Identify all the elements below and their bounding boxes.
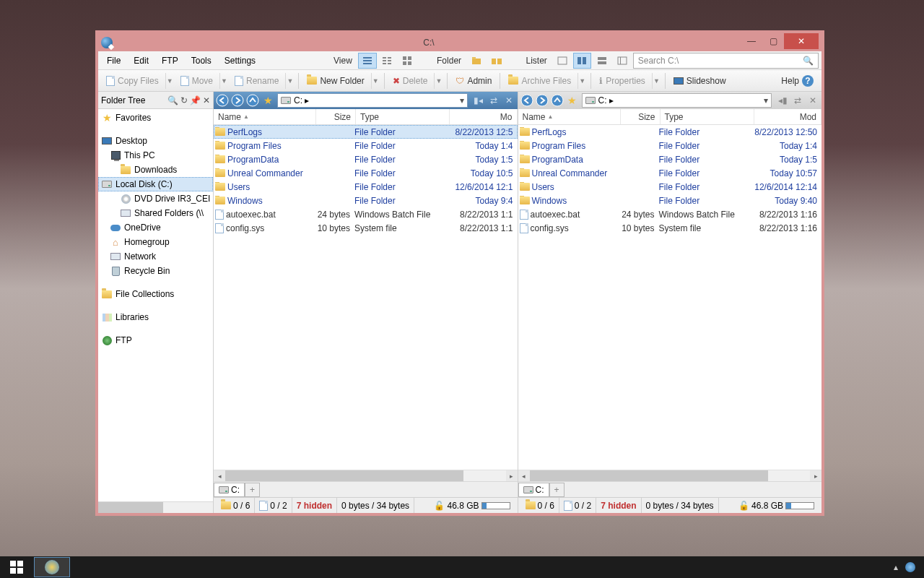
file-row[interactable]: ProgramDataFile FolderToday 1:5 — [518, 152, 822, 166]
file-row[interactable]: WindowsFile FolderToday 9:4 — [214, 194, 518, 207]
tree-item[interactable]: FTP — [98, 333, 213, 348]
tray-app-icon[interactable] — [905, 562, 915, 572]
lister-dual-h[interactable] — [593, 53, 611, 69]
tree-item[interactable]: Shared Folders (\\ — [98, 206, 213, 220]
view-thumbs-button[interactable] — [398, 53, 417, 69]
col-type[interactable]: Type — [356, 109, 450, 124]
nav-swap-icon-r[interactable]: ⇄ — [790, 93, 805, 108]
tree-search-icon[interactable]: 🔍 — [167, 95, 178, 105]
forward-button-r[interactable] — [535, 93, 549, 108]
tree-item[interactable]: Recycle Bin — [98, 264, 213, 278]
move-button[interactable]: Move — [177, 72, 217, 90]
rename-button[interactable]: Rename — [231, 72, 282, 90]
favorites-button-r[interactable]: ★ — [565, 93, 580, 108]
slideshow-button[interactable]: Slideshow — [670, 72, 730, 90]
file-row[interactable]: config.sys10 bytesSystem file8/22/2013 1… — [214, 221, 518, 235]
archive-dropdown[interactable]: ▼ — [578, 73, 586, 89]
up-button-r[interactable] — [550, 93, 565, 108]
column-header-right[interactable]: Name▲ Size Type Mod — [518, 109, 822, 125]
file-row[interactable]: config.sys10 bytesSystem file8/22/2013 1… — [518, 221, 822, 235]
back-button[interactable] — [215, 93, 230, 108]
col-modified-r[interactable]: Mod — [754, 109, 822, 124]
tree-pin-icon[interactable]: 📌 — [190, 95, 201, 105]
tree-horizontal-scrollbar[interactable] — [98, 501, 213, 513]
delete-button[interactable]: ✖Delete — [389, 72, 432, 90]
tree-item[interactable]: Network — [98, 249, 213, 264]
left-scrollbar[interactable]: ◂▸ — [214, 470, 518, 481]
right-scrollbar[interactable]: ◂▸ — [518, 470, 822, 481]
col-size[interactable]: Size — [316, 109, 356, 124]
file-row[interactable]: UsersFile Folder12/6/2014 12:14 — [518, 180, 822, 194]
newfolder-dropdown[interactable]: ▼ — [371, 73, 380, 89]
file-list-left[interactable]: PerfLogsFile Folder8/22/2013 12:5Program… — [214, 125, 518, 470]
address-bar-left[interactable]: C: ▸▾ — [277, 93, 468, 108]
folder-btn2[interactable] — [487, 53, 506, 69]
copy-dropdown[interactable]: ▼ — [165, 73, 174, 89]
tree-close-icon[interactable]: ✕ — [203, 95, 210, 105]
delete-dropdown[interactable]: ▼ — [434, 73, 443, 89]
back-button-r[interactable] — [520, 93, 534, 108]
left-tab-add[interactable]: + — [245, 483, 260, 497]
col-name-r[interactable]: Name▲ — [518, 109, 621, 124]
tree-item[interactable]: ⌂Homegroup — [98, 235, 213, 249]
tree-item[interactable]: File Collections — [98, 287, 213, 301]
menu-tools[interactable]: Tools — [186, 53, 217, 68]
lister-single[interactable] — [553, 53, 572, 69]
column-header-left[interactable]: Name▲ Size Type Mo — [214, 109, 518, 125]
right-tab-add[interactable]: + — [549, 483, 565, 497]
left-tab[interactable]: C: — [214, 483, 245, 497]
tree-item[interactable]: OneDrive — [98, 220, 213, 235]
file-row[interactable]: Program FilesFile FolderToday 1:4 — [214, 139, 518, 152]
nav-prev-icon-r[interactable]: ◂▮ — [775, 93, 790, 108]
file-row[interactable]: ProgramDataFile FolderToday 1:5 — [214, 152, 518, 166]
admin-button[interactable]: 🛡Admin — [452, 72, 495, 90]
col-modified[interactable]: Mo — [450, 109, 518, 124]
lister-dual-v[interactable] — [573, 53, 592, 69]
close-button[interactable]: ✕ — [784, 33, 819, 49]
file-row[interactable]: PerfLogsFile Folder8/22/2013 12:5 — [214, 125, 518, 139]
move-dropdown[interactable]: ▼ — [219, 73, 228, 89]
tree-refresh-icon[interactable]: ↻ — [180, 95, 188, 105]
address-bar-right[interactable]: C: ▸▾ — [582, 93, 772, 108]
tree-item[interactable]: ★Favorites — [98, 111, 213, 125]
help-button[interactable]: Help? — [777, 72, 817, 90]
tree-item[interactable]: Local Disk (C:) — [98, 177, 213, 191]
nav-close-icon-r[interactable]: ✕ — [806, 93, 820, 108]
nav-swap-icon[interactable]: ⇄ — [487, 93, 501, 108]
tray-chevron-icon[interactable]: ▴ — [894, 562, 898, 572]
taskbar-app[interactable] — [34, 557, 70, 577]
col-name[interactable]: Name▲ — [214, 109, 316, 124]
col-type-r[interactable]: Type — [661, 109, 754, 124]
view-list-button[interactable] — [378, 53, 397, 69]
tree-item[interactable]: Libraries — [98, 310, 213, 324]
file-row[interactable]: autoexec.bat24 bytesWindows Batch File8/… — [518, 207, 822, 221]
file-row[interactable]: autoexec.bat24 bytesWindows Batch File8/… — [214, 207, 518, 221]
menu-ftp[interactable]: FTP — [156, 53, 184, 68]
copy-files-button[interactable]: Copy Files — [103, 72, 162, 90]
file-row[interactable]: WindowsFile FolderToday 9:40 — [518, 194, 822, 207]
folder-tree-body[interactable]: ★FavoritesDesktopThis PCDownloadsLocal D… — [98, 109, 213, 501]
file-row[interactable]: UsersFile Folder12/6/2014 12:1 — [214, 180, 518, 194]
system-tray[interactable]: ▴ — [894, 562, 924, 572]
properties-dropdown[interactable]: ▼ — [652, 73, 661, 89]
folder-btn1[interactable] — [467, 53, 486, 69]
forward-button[interactable] — [230, 93, 245, 108]
archive-button[interactable]: Archive Files — [505, 72, 575, 90]
title-bar[interactable]: C:\ — ▢ ✕ — [98, 33, 821, 51]
tree-item[interactable]: Downloads — [98, 163, 213, 177]
start-button[interactable] — [0, 556, 32, 578]
new-folder-button[interactable]: New Folder — [303, 72, 367, 90]
file-row[interactable]: Unreal CommanderFile FolderToday 10:57 — [518, 166, 822, 180]
up-button[interactable] — [245, 93, 260, 108]
file-row[interactable]: PerfLogsFile Folder8/22/2013 12:50 — [518, 125, 822, 139]
minimize-button[interactable]: — — [741, 33, 762, 49]
file-row[interactable]: Program FilesFile FolderToday 1:4 — [518, 139, 822, 152]
right-tab[interactable]: C: — [518, 483, 549, 497]
menu-edit[interactable]: Edit — [128, 53, 154, 68]
menu-file[interactable]: File — [101, 53, 126, 68]
nav-close-icon[interactable]: ✕ — [502, 93, 516, 108]
tree-item[interactable]: Desktop — [98, 134, 213, 148]
favorites-button[interactable]: ★ — [261, 93, 275, 108]
nav-prev-icon[interactable]: ▮◂ — [471, 93, 486, 108]
tree-item[interactable]: DVD Drive IR3_CEI — [98, 191, 213, 206]
